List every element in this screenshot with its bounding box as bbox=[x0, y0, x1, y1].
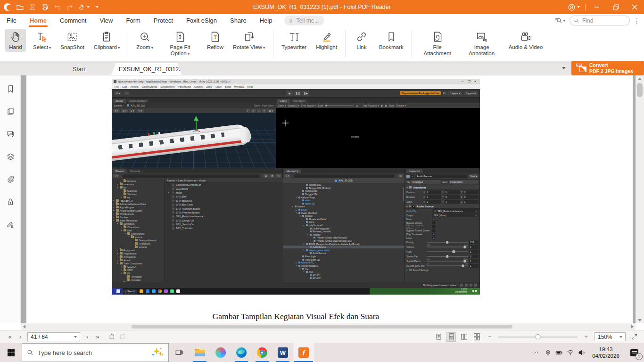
clipboard-button[interactable]: Clipboard bbox=[91, 29, 122, 52]
folder-icon bbox=[135, 239, 138, 241]
page-fit-option-button[interactable]: Page Fit Option bbox=[160, 29, 200, 58]
menu-file[interactable]: File bbox=[0, 14, 23, 27]
taskbar-file-explorer[interactable] bbox=[190, 343, 210, 362]
scroll-left-icon[interactable] bbox=[21, 323, 27, 330]
hand-button[interactable]: Hand bbox=[5, 29, 26, 52]
continuous-facing-view-icon[interactable] bbox=[472, 332, 481, 342]
previous-page-button[interactable]: ‹ bbox=[15, 332, 25, 342]
start-button[interactable] bbox=[0, 343, 22, 362]
image-annotation-button[interactable]: Image Annotation bbox=[462, 29, 502, 58]
zoom-button[interactable]: Zoom bbox=[134, 29, 156, 52]
captured-app-icon bbox=[152, 289, 156, 293]
horizontal-scrollbar[interactable] bbox=[21, 323, 636, 330]
rotate-view-button[interactable]: Rotate View bbox=[231, 29, 267, 52]
scroll-up-icon[interactable] bbox=[636, 75, 644, 82]
comments-panel-icon[interactable] bbox=[0, 124, 21, 143]
menu-view[interactable]: View bbox=[93, 14, 119, 27]
last-page-button[interactable]: » bbox=[92, 332, 103, 342]
advanced-search-icon[interactable] bbox=[554, 17, 566, 25]
file-attachment-button[interactable]: File Attachment bbox=[418, 29, 457, 58]
audio-checkbox-row: Play On Awake bbox=[405, 232, 480, 236]
first-page-button[interactable]: « bbox=[5, 332, 15, 342]
highlight-button[interactable]: Highlight bbox=[314, 29, 339, 52]
layers-panel-icon[interactable] bbox=[0, 147, 21, 166]
menu-protect[interactable]: Protect bbox=[147, 14, 180, 27]
open-file-icon[interactable] bbox=[16, 3, 24, 11]
audio-video-button[interactable]: Audio & Video bbox=[506, 29, 545, 52]
page-number-input[interactable]: 41 / 64 bbox=[27, 332, 80, 341]
next-view-icon[interactable] bbox=[117, 332, 127, 342]
attachments-panel-icon[interactable] bbox=[0, 170, 21, 189]
menu-form[interactable]: Form bbox=[119, 14, 147, 27]
snapshot-button[interactable]: SnapShot bbox=[58, 29, 87, 52]
taskbar-foxit[interactable] bbox=[293, 343, 314, 362]
facing-view-icon[interactable] bbox=[459, 332, 469, 342]
bookmarks-panel-icon[interactable] bbox=[0, 79, 21, 98]
account-icon[interactable] bbox=[564, 0, 583, 14]
vertical-scroll-thumb[interactable] bbox=[637, 83, 643, 97]
zoom-level-input[interactable]: 150% bbox=[594, 332, 626, 341]
vertical-scrollbar[interactable] bbox=[636, 75, 644, 323]
taskbar-clock[interactable]: 19:43 04/02/2026 bbox=[587, 346, 624, 359]
bookmark-button[interactable]: Bookmark bbox=[377, 29, 406, 52]
zoom-in-icon[interactable]: + bbox=[581, 332, 591, 342]
hidden-icons-chevron[interactable] bbox=[531, 343, 542, 362]
restore-button[interactable] bbox=[606, 0, 625, 14]
reflow-button[interactable]: Reflow bbox=[205, 29, 226, 52]
taskbar-search-input[interactable]: Type here to search bbox=[22, 343, 169, 362]
pages-panel-icon[interactable] bbox=[0, 102, 21, 121]
scroll-down-icon[interactable] bbox=[636, 317, 644, 323]
next-page-button[interactable]: › bbox=[82, 332, 92, 342]
zoom-slider-knob[interactable] bbox=[536, 334, 541, 339]
previous-view-icon[interactable] bbox=[107, 332, 117, 342]
more-options-icon[interactable]: ⋮ bbox=[634, 17, 640, 25]
minimize-button[interactable] bbox=[587, 0, 606, 14]
taskbar-edge[interactable] bbox=[231, 343, 252, 362]
menu-foxit-esign[interactable]: Foxit eSign bbox=[180, 14, 223, 27]
battery-tray-icon[interactable] bbox=[553, 343, 565, 362]
gameobject-icon bbox=[310, 277, 312, 279]
reflow-icon bbox=[209, 31, 221, 43]
volume-tray-icon[interactable] bbox=[576, 343, 587, 362]
menu-comment[interactable]: Comment bbox=[53, 14, 93, 27]
horizontal-scroll-thumb[interactable] bbox=[132, 325, 512, 329]
security-panel-icon[interactable] bbox=[0, 192, 21, 211]
wifi-tray-icon[interactable] bbox=[565, 343, 576, 362]
foxit-logo-icon bbox=[4, 3, 11, 11]
taskbar-chrome[interactable] bbox=[252, 343, 272, 362]
menu-home[interactable]: Home bbox=[23, 14, 53, 27]
tab-document[interactable]: EXSUM_OK_R1_031223... ✕ bbox=[111, 63, 182, 75]
camera-tray-icon[interactable] bbox=[542, 343, 553, 362]
tab-list-icon[interactable] bbox=[562, 67, 566, 69]
print-icon[interactable] bbox=[41, 3, 49, 11]
find-input[interactable]: Find bbox=[570, 16, 630, 25]
convert-pdf-button[interactable]: ConvertPDF 2 JPG Images bbox=[571, 61, 644, 75]
continuous-view-icon[interactable] bbox=[446, 332, 456, 342]
taskbar-word[interactable] bbox=[272, 343, 293, 362]
captured-start-icon bbox=[116, 289, 120, 293]
tell-me-search[interactable]: Tell me... bbox=[284, 16, 324, 25]
single-page-view-icon[interactable] bbox=[434, 332, 443, 342]
quick-access-customize-icon[interactable] bbox=[94, 6, 99, 8]
fit-screen-icon[interactable] bbox=[629, 332, 639, 342]
tab-start[interactable]: Start bbox=[65, 63, 110, 75]
task-view-button[interactable] bbox=[169, 343, 190, 362]
close-button[interactable] bbox=[625, 0, 644, 14]
unity-inspector-panel: Inspector ✓ AudioSource Static ▾ Tag Unt… bbox=[405, 168, 480, 282]
scroll-right-icon[interactable] bbox=[629, 323, 636, 330]
menu-help[interactable]: Help bbox=[253, 14, 279, 27]
signature-panel-icon[interactable] bbox=[0, 215, 21, 234]
taskbar-copilot[interactable] bbox=[210, 343, 231, 362]
hierarchy-item: Akselerasi Pedal bbox=[283, 218, 405, 221]
menu-share[interactable]: Share bbox=[223, 14, 253, 27]
game-tab: Game bbox=[277, 99, 290, 103]
zoom-out-icon[interactable]: − bbox=[485, 332, 495, 342]
action-center-button[interactable]: 1 bbox=[624, 343, 644, 362]
zoom-slider[interactable] bbox=[498, 337, 578, 337]
hand-tool-icon[interactable] bbox=[78, 4, 90, 11]
link-button[interactable]: Link bbox=[351, 29, 372, 52]
typewriter-button[interactable]: Typewriter bbox=[279, 29, 309, 52]
tab-close-icon[interactable]: ✕ bbox=[197, 66, 201, 73]
select-button[interactable]: Select bbox=[31, 29, 53, 52]
image-annotation-icon bbox=[476, 31, 488, 43]
